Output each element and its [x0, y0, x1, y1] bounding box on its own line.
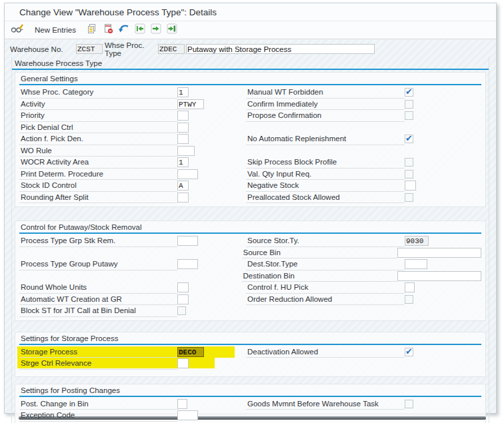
whse-proc-category-label: Whse Proc. Category: [19, 87, 177, 99]
source-bin-input[interactable]: [397, 248, 481, 258]
wo-rule-label: WO Rule: [19, 145, 177, 157]
other-entry-icon: [167, 23, 177, 37]
propose-confirmation-checkbox[interactable]: [405, 111, 413, 120]
confirm-immediately-checkbox[interactable]: [405, 100, 413, 109]
form-row: Pick Denial Ctrl: [19, 122, 481, 134]
delete-button[interactable]: [101, 23, 115, 37]
post-change-in-bin-input[interactable]: [177, 399, 187, 409]
settings-storage-process-group: Settings for Storage Process Storage Pro…: [15, 332, 486, 377]
rounding-after-split-label: Rounding After Split: [19, 192, 177, 204]
strge-ctrl-relevance-input[interactable]: [177, 358, 189, 368]
pick-denial-ctrl-input[interactable]: [177, 123, 189, 133]
copy-as-button[interactable]: [85, 23, 99, 37]
process-type-grp-stk-rem-input[interactable]: [177, 236, 198, 246]
control-putaway-stock-removal-group: Control for Putaway/Stock Removal Proces…: [15, 220, 486, 321]
process-type-group-putawy-label: Process Type Group Putawy: [19, 258, 177, 270]
confirm-immediately-label: Confirm Immediately: [246, 99, 405, 111]
goods-mvmnt-before-warehouse-task-label: Goods Mvmnt Before Warehouse Task: [246, 398, 405, 410]
form-row: Process Type Group Putawy Dest.Stor.Type: [19, 258, 481, 270]
general-settings-group: General Settings Whse Proc. Category 1 M…: [15, 72, 486, 207]
strge-ctrl-relevance-row-highlighted: Strge Ctrl Relevance: [19, 358, 481, 370]
priority-label: Priority: [19, 110, 177, 122]
key-fields-row: Warehouse No. ZCST Whse Proc. Type ZDEC …: [10, 43, 496, 55]
form-row: Destination Bin: [19, 270, 481, 282]
next-entry-icon: [151, 23, 161, 37]
display-change-icon: [11, 23, 24, 37]
manual-wt-forbidden-checkbox[interactable]: [405, 88, 413, 97]
other-entry-button[interactable]: [165, 23, 179, 37]
next-entry-button[interactable]: [149, 23, 163, 37]
no-automatic-replenishment-checkbox[interactable]: [405, 135, 413, 143]
action-f-pick-den-input[interactable]: [177, 134, 189, 144]
warehouse-process-type-section: Warehouse Process Type General Settings …: [11, 57, 489, 423]
undo-icon: [118, 23, 130, 37]
whse-proc-type-description-input[interactable]: Putaway with Storage Process: [186, 44, 375, 54]
strge-ctrl-relevance-label: Strge Ctrl Relevance: [19, 358, 177, 370]
section-title: Warehouse Process Type: [12, 57, 489, 70]
whse-proc-type-value: ZDEC: [158, 44, 185, 54]
order-reduction-allowed-checkbox[interactable]: [405, 295, 413, 304]
form-row: Process Type Grp Stk Rem. Source Stor.Ty…: [19, 235, 481, 247]
skip-process-block-profile-label: Skip Process Block Profile: [246, 157, 405, 169]
preallocated-stock-allowed-checkbox[interactable]: [405, 193, 413, 202]
control-group-title: Control for Putaway/Stock Removal: [19, 222, 481, 234]
application-toolbar: New Entries: [5, 21, 496, 39]
manual-wt-forbidden-label: Manual WT Forbidden: [246, 87, 405, 99]
source-stor-ty-input[interactable]: 9030: [405, 236, 429, 246]
wo-rule-input[interactable]: [177, 146, 195, 156]
rounding-after-split-input[interactable]: [177, 193, 189, 203]
goods-mvmnt-before-warehouse-task-checkbox[interactable]: [405, 400, 413, 408]
form-row: WOCR Activity Area 1 Skip Process Block …: [19, 157, 481, 169]
copy-as-icon: [87, 23, 97, 37]
stock-id-control-input[interactable]: A: [177, 181, 189, 191]
process-type-grp-stk-rem-label: Process Type Grp Stk Rem.: [19, 235, 177, 247]
form-row: Activity PTWY Confirm Immediately: [19, 99, 481, 111]
no-automatic-replenishment-label: No Automatic Replenishment: [246, 133, 405, 145]
skip-process-block-profile-checkbox[interactable]: [405, 158, 413, 167]
val-qty-input-req-checkbox[interactable]: [405, 170, 413, 179]
preallocated-stock-allowed-label: Preallocated Stock Allowed: [246, 192, 405, 204]
warehouse-no-label: Warehouse No.: [10, 45, 76, 53]
wocr-activity-area-label: WOCR Activity Area: [19, 157, 177, 169]
previous-entry-button[interactable]: [133, 23, 147, 37]
dest-stor-type-input[interactable]: [405, 259, 427, 269]
wocr-activity-area-input[interactable]: 1: [177, 157, 189, 167]
print-determ-procedure-input[interactable]: [177, 169, 198, 179]
val-qty-input-req-label: Val. Qty Input Req.: [246, 169, 405, 181]
whse-proc-category-input[interactable]: 1: [177, 87, 189, 97]
activity-input[interactable]: PTWY: [177, 99, 204, 109]
automatic-wt-creation-at-gr-input[interactable]: [177, 294, 189, 304]
warehouse-no-value: ZCST: [76, 44, 103, 54]
storage-process-input[interactable]: DECO: [177, 347, 204, 357]
storage-process-row-highlighted: Storage Process DECO Deactivation Allowe…: [19, 346, 481, 358]
dest-stor-type-label: Dest.Stor.Type: [246, 258, 405, 270]
block-st-for-jit-call-checkbox[interactable]: [177, 306, 186, 315]
negative-stock-label: Negative Stock: [246, 180, 405, 192]
form-row: Print Determ. Procedure Val. Qty Input R…: [19, 169, 481, 181]
priority-input[interactable]: [177, 111, 189, 121]
sap-window: Change View "Warehouse Process Type": De…: [4, 3, 497, 414]
general-settings-title: General Settings: [19, 73, 481, 85]
destination-bin-input[interactable]: [397, 271, 481, 281]
process-type-group-putawy-input[interactable]: [177, 259, 198, 269]
round-whole-units-input[interactable]: [177, 282, 189, 292]
print-determ-procedure-label: Print Determ. Procedure: [19, 169, 177, 181]
form-row: Post. Change in Bin Goods Mvmnt Before W…: [19, 398, 481, 410]
form-row: Rounding After Split Preallocated Stock …: [19, 192, 481, 204]
form-row: Source Bin: [19, 247, 481, 259]
post-change-in-bin-label: Post. Change in Bin: [19, 398, 177, 410]
delete-icon: [103, 23, 113, 37]
form-row: Whse Proc. Category 1 Manual WT Forbidde…: [19, 87, 481, 99]
negative-stock-input[interactable]: [405, 181, 416, 191]
automatic-wt-creation-at-gr-label: Automatic WT Creation at GR: [19, 294, 177, 306]
control-f-hu-pick-input[interactable]: [405, 282, 415, 292]
display-change-button[interactable]: [11, 23, 24, 37]
propose-confirmation-label: Propose Confirmation: [246, 110, 405, 122]
undo-button[interactable]: [117, 23, 131, 37]
deactivation-allowed-checkbox[interactable]: [405, 348, 413, 356]
form-row: Round Whole Units Control f. HU Pick: [19, 282, 481, 294]
exception-code-input[interactable]: [177, 410, 198, 420]
screen: Change View "Warehouse Process Type": De…: [0, 0, 504, 423]
new-entries-button[interactable]: New Entries: [27, 26, 83, 34]
block-st-for-jit-call-label: Block ST for JIT Call at Bin Denial: [19, 305, 177, 317]
